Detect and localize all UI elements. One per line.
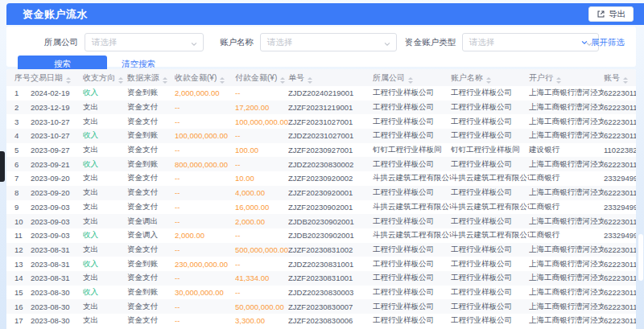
cell-bank: 上海工商银行漕河泾支行 [529, 286, 604, 300]
cell-account: 工程行业样板公司 [451, 101, 529, 115]
cell-no: 6 [6, 157, 31, 171]
filter-panel: 所属公司请选择账户名称请选择资金账户类型请选择 展开筛选 搜索 清空搜索 [6, 27, 636, 67]
column-header-direction[interactable]: 收支方向 [83, 69, 127, 86]
column-header-date[interactable]: 交易日期 [31, 69, 83, 86]
cell-account_no: 622230111 [604, 157, 636, 171]
cell-direction: 收入 [83, 129, 127, 143]
cell-order: ZJZF20230831002 [288, 243, 373, 257]
filter-fields: 所属公司请选择账户名称请选择资金账户类型请选择 [6, 27, 636, 51]
cell-direction: 支出 [83, 214, 127, 228]
table-row: 142023-08-31支出资金支付--41,334.00ZJZF2023083… [6, 271, 636, 286]
chevron-down-icon [383, 40, 391, 48]
cell-pay: 100,000,000.00 [235, 114, 288, 129]
page: 资金账户流水 导出 所属公司请选择账户名称请选择资金账户类型请选择 展开筛选 搜… [0, 0, 644, 329]
cell-order: ZJDZ20230830003 [288, 286, 373, 300]
cell-order: ZJDB20230902001 [288, 214, 373, 228]
column-label: 账号 [604, 73, 620, 82]
cell-no: 14 [6, 271, 31, 286]
cell-date: 2023-08-31 [31, 243, 83, 257]
cell-order: ZJDZ20230831001 [288, 257, 373, 271]
column-header-account_no[interactable]: 账号 [604, 69, 636, 86]
cell-no: 15 [6, 286, 31, 300]
cell-account_no: 23329499 [604, 171, 636, 186]
cell-date: 2023-09-03 [31, 228, 83, 243]
column-header-account[interactable]: 账户名称 [451, 69, 529, 86]
cell-no: 17 [6, 314, 31, 328]
export-icon [597, 10, 605, 19]
scrollbar-track[interactable] [637, 69, 644, 329]
cell-direction: 支出 [83, 186, 127, 200]
cell-bank: 上海工商银行漕河泾支行 [529, 114, 604, 129]
cell-source: 资金到账 [127, 129, 175, 143]
cell-account: 工程行业样板公司 [451, 114, 529, 129]
column-header-pay[interactable]: 付款金额(¥) [235, 69, 288, 86]
cell-receive: 100,000,000.00 [175, 129, 235, 143]
cell-receive: -- [175, 143, 235, 158]
cell-direction: 支出 [83, 243, 127, 257]
cell-receive: 2,000.00 [175, 228, 235, 243]
account-name-select[interactable]: 请选择 [260, 33, 397, 51]
cell-source: 资金到账 [127, 257, 175, 271]
cell-pay: -- [235, 257, 288, 271]
scrollbar-thumb[interactable] [638, 234, 643, 281]
account-type-select[interactable]: 请选择 [462, 33, 599, 51]
export-button[interactable]: 导出 [588, 6, 634, 22]
sort-caret-icon [66, 77, 71, 84]
cell-bank: 工商银行 [529, 200, 604, 215]
cell-source: 资金支付 [127, 186, 175, 200]
cell-receive: -- [175, 214, 235, 228]
side-panel-handle[interactable] [0, 151, 5, 182]
cell-company: 工程行业样板公司 [373, 314, 451, 328]
cell-company: 工程行业样板公司 [373, 186, 451, 200]
cell-account: 斗拱云建筑工程有限公司 [451, 200, 529, 215]
cell-account: 钉钉工程行业样板间 [451, 143, 529, 158]
cell-date: 2023-10-27 [31, 114, 83, 129]
cell-date: 2023-08-30 [31, 286, 83, 300]
column-header-bank[interactable]: 开户行 [529, 69, 604, 86]
cell-company: 工程行业样板公司 [373, 257, 451, 271]
company-label: 所属公司 [44, 37, 78, 48]
cell-account_no: 622230111 [604, 243, 636, 257]
column-header-order[interactable]: 单号 [288, 69, 373, 86]
cell-account: 工程行业样板公司 [451, 214, 529, 228]
column-label: 交易日期 [31, 73, 63, 82]
expand-filter-link[interactable]: 展开筛选 [580, 37, 625, 48]
cell-account: 工程行业样板公司 [451, 86, 529, 101]
cell-receive: -- [175, 114, 235, 129]
cell-date: 2023-08-31 [31, 257, 83, 271]
column-label: 收款金额(¥) [175, 73, 217, 82]
column-header-company[interactable]: 所属公司 [373, 69, 451, 86]
table-row: 92023-09-03支出资金支付--16,000.00ZJZF20230902… [6, 200, 636, 215]
cell-direction: 收入 [83, 286, 127, 300]
account-type-label: 资金账户类型 [405, 37, 456, 48]
cell-pay: 3,300.00 [235, 314, 288, 328]
company-select[interactable]: 请选择 [85, 33, 204, 51]
page-title: 资金账户流水 [23, 7, 88, 22]
cell-direction: 收入 [83, 157, 127, 171]
cell-order: ZJZF20231027001 [288, 114, 373, 129]
cell-account_no: 622230111 [604, 271, 636, 286]
column-label: 账户名称 [451, 73, 483, 82]
cell-account: 工程行业样板公司 [451, 314, 529, 328]
cell-company: 工程行业样板公司 [373, 243, 451, 257]
cell-order: ZJDZ20230830002 [288, 157, 373, 171]
clear-search-button[interactable]: 清空搜索 [122, 59, 155, 70]
table-header-row: 序号交易日期收支方向数据来源收款金额(¥)付款金额(¥)单号所属公司账户名称开户… [6, 69, 636, 86]
cell-bank: 工商银行 [529, 228, 604, 243]
cell-date: 2023-09-03 [31, 200, 83, 215]
expand-filter-label: 展开筛选 [591, 37, 625, 48]
column-header-source[interactable]: 数据来源 [127, 69, 175, 86]
cell-date: 2023-10-27 [31, 129, 83, 143]
cell-pay: 10.00 [235, 171, 288, 186]
cell-bank: 上海工商银行漕河泾支行 [529, 299, 604, 314]
table-row: 102023-09-03支出资金调出--2,000.00ZJDB20230902… [6, 214, 636, 228]
cell-order: ZJZF20230920002 [288, 171, 373, 186]
table-row: 12024-02-19收入资金到账2,000,000.00--ZJDZ20240… [6, 86, 636, 101]
cell-account_no: 622230111 [604, 299, 636, 314]
cell-no: 3 [6, 114, 31, 129]
column-header-receive[interactable]: 收款金额(¥) [175, 69, 235, 86]
cell-order: ZJDB20230902001 [288, 228, 373, 243]
cell-receive: -- [175, 243, 235, 257]
cell-date: 2023-09-20 [31, 186, 83, 200]
column-label: 数据来源 [127, 73, 159, 82]
